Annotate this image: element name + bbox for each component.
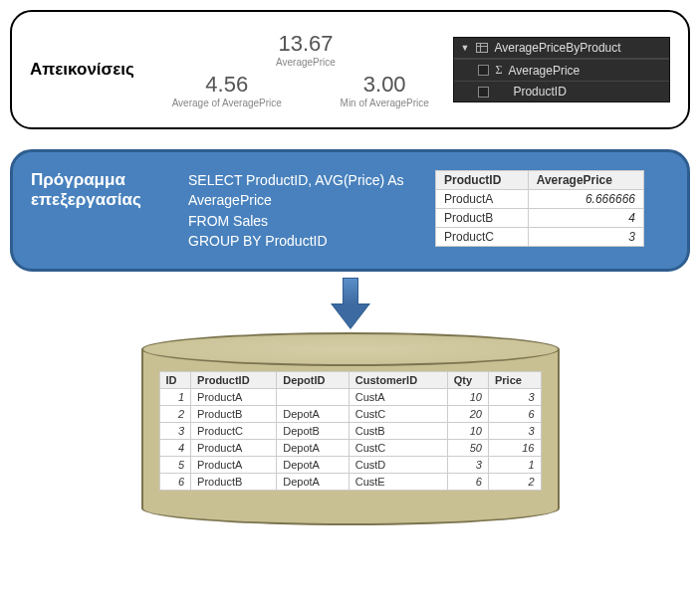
checkbox-icon[interactable] xyxy=(478,65,489,76)
sales-header: Price xyxy=(488,372,541,389)
query-editor-label: Πρόγραμμα επεξεργασίας xyxy=(31,170,170,251)
metric-value: 3.00 xyxy=(326,72,443,98)
result-header: AveragePrice xyxy=(528,171,643,190)
metric-value: 13.67 xyxy=(168,31,444,57)
field-label: AveragePrice xyxy=(508,64,580,78)
sql-query-text: SELECT ProductID, AVG(Price) As AverageP… xyxy=(188,170,417,251)
flow-arrow xyxy=(10,278,690,336)
field-row[interactable]: Σ AveragePrice xyxy=(454,59,669,81)
result-header: ProductID xyxy=(436,171,529,190)
metric-label: Average of AveragePrice xyxy=(168,98,286,108)
fields-panel: ▼ AveragePriceByProduct Σ AveragePrice P… xyxy=(453,37,670,102)
query-result-table: ProductID AveragePrice ProductA6.666666P… xyxy=(435,170,644,247)
sales-header: ID xyxy=(159,372,191,389)
table-icon xyxy=(476,43,488,53)
table-row: 6ProductBDepotACustE62 xyxy=(159,474,541,491)
field-row[interactable]: ProductID xyxy=(454,81,669,101)
fields-table-name: AveragePriceByProduct xyxy=(494,41,620,55)
field-label: ProductID xyxy=(513,85,566,99)
sales-header: ProductID xyxy=(191,372,277,389)
database-cylinder: IDProductIDDepotIDCustomerIDQtyPrice 1Pr… xyxy=(141,332,560,525)
table-row: 4ProductADepotACustC5016 xyxy=(159,440,541,457)
metric-label: Min of AveragePrice xyxy=(326,98,443,108)
metrics-container: 13.67 AveragePrice 4.56 Average of Avera… xyxy=(168,31,444,108)
checkbox-icon[interactable] xyxy=(478,87,489,98)
query-editor-panel: Πρόγραμμα επεξεργασίας SELECT ProductID,… xyxy=(10,149,690,272)
metric-card: 3.00 Min of AveragePrice xyxy=(326,72,443,108)
fields-table-header[interactable]: ▼ AveragePriceByProduct xyxy=(454,38,669,59)
metric-card: 13.67 AveragePrice xyxy=(168,31,444,68)
metric-value: 4.56 xyxy=(168,72,286,98)
metric-label: AveragePrice xyxy=(168,57,444,68)
table-row: ProductC3 xyxy=(436,228,644,247)
table-row: 1ProductACustA103 xyxy=(159,389,541,406)
table-row: ProductA6.666666 xyxy=(436,190,644,209)
table-row: 3ProductCDepotBCustB103 xyxy=(159,423,541,440)
expand-icon[interactable]: ▼ xyxy=(460,43,470,53)
sigma-icon: Σ xyxy=(495,63,502,78)
sales-table: IDProductIDDepotIDCustomerIDQtyPrice 1Pr… xyxy=(159,371,542,491)
metric-card: 4.56 Average of AveragePrice xyxy=(168,72,286,108)
table-row: ProductB4 xyxy=(436,209,644,228)
visualizations-panel: Απεικονίσεις 13.67 AveragePrice 4.56 Ave… xyxy=(10,10,690,129)
sales-header: CustomerID xyxy=(349,372,447,389)
table-row: 2ProductBDepotACustC206 xyxy=(159,406,541,423)
table-row: 5ProductADepotACustD31 xyxy=(159,457,541,474)
sales-header: Qty xyxy=(447,372,488,389)
visualizations-label: Απεικονίσεις xyxy=(30,60,158,80)
sales-header: DepotID xyxy=(277,372,350,389)
